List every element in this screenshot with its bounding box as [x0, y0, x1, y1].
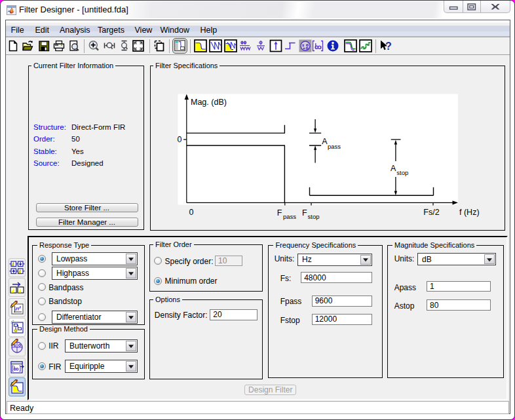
svg-text:0: 0: [177, 135, 181, 144]
svg-text:pass: pass: [283, 213, 296, 220]
svg-text:pass: pass: [328, 142, 341, 149]
svg-text:?: ?: [385, 41, 392, 52]
svg-text:F: F: [277, 208, 282, 217]
svg-text:stop: stop: [396, 169, 408, 176]
svg-text:F: F: [302, 208, 307, 217]
svg-text:A: A: [391, 164, 396, 173]
svg-text:0: 0: [189, 207, 193, 216]
svg-text:Fs/2: Fs/2: [423, 207, 439, 216]
svg-text:Mag. (dB): Mag. (dB): [191, 97, 227, 106]
svg-text:stop: stop: [307, 213, 319, 220]
svg-text:f (Hz): f (Hz): [459, 207, 480, 216]
svg-text:A: A: [322, 137, 328, 146]
